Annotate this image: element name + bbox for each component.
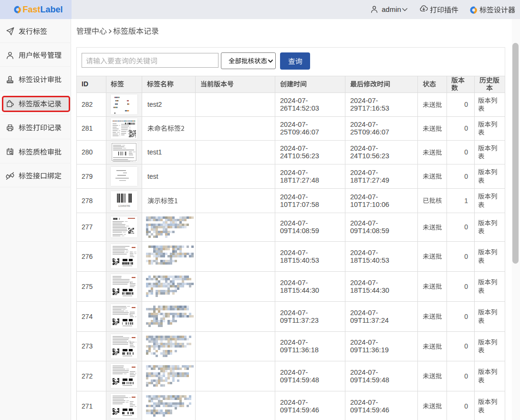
svg-text:123456789: 123456789 <box>118 205 130 207</box>
